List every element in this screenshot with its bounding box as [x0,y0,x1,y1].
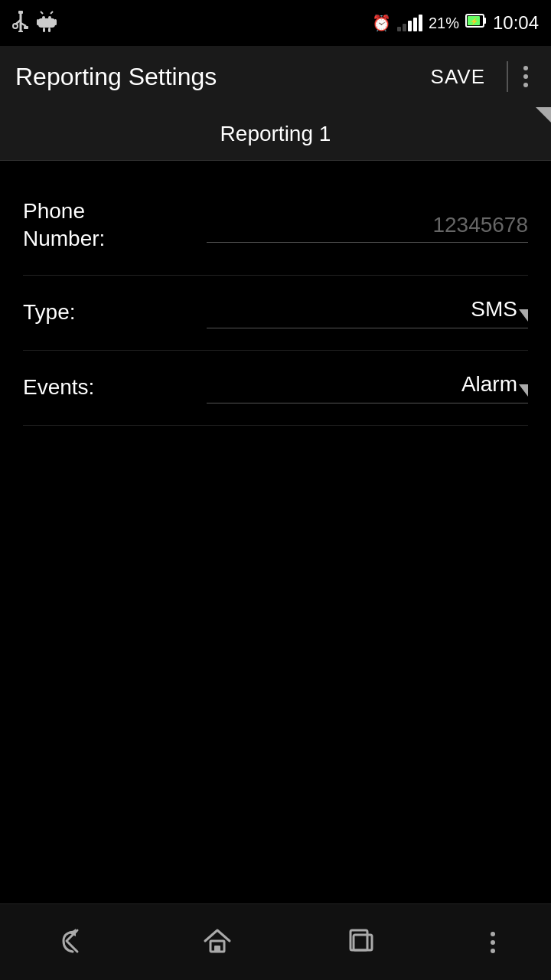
dot1 [523,66,528,70]
svg-rect-14 [48,28,51,32]
app-header: Reporting Settings SAVE [0,46,551,107]
recents-button[interactable] [338,916,387,968]
app-title: Reporting Settings [15,63,217,91]
svg-line-16 [51,11,53,14]
type-value: SMS [471,297,517,322]
svg-rect-18 [484,18,486,24]
status-bar: ⏰ 21% ⚡ 10:04 [0,0,551,46]
svg-rect-11 [37,19,39,25]
events-row: Events: Alarm [23,351,528,426]
battery-percent: 21% [429,15,459,32]
dot3 [523,83,528,87]
save-button[interactable]: SAVE [417,57,499,96]
back-button[interactable] [48,916,97,968]
phone-input[interactable] [207,208,528,243]
back-icon [56,924,90,960]
phone-field[interactable] [207,208,528,243]
events-value: Alarm [461,372,517,397]
battery-icon: ⚡ [465,12,487,34]
form-content: PhoneNumber: Type: SMS Events: Alarm [0,161,551,441]
tab-arrow-icon [536,107,551,122]
type-row: Type: SMS [23,276,528,351]
svg-line-15 [41,11,43,14]
status-bar-left [12,11,57,35]
type-field[interactable]: SMS [207,297,528,328]
svg-rect-5 [24,26,28,29]
svg-point-3 [13,24,18,28]
svg-rect-12 [54,19,57,25]
usb-icon [12,11,29,35]
nav-more-button[interactable] [483,924,503,961]
time-display: 10:04 [493,12,539,34]
dot2 [523,74,528,79]
svg-rect-7 [18,31,23,32]
svg-text:⚡: ⚡ [470,17,479,26]
svg-rect-13 [43,28,45,32]
type-label: Type: [23,299,207,326]
svg-rect-10 [38,18,55,28]
nav-more-icon [491,932,495,953]
signal-icon [397,15,422,31]
svg-rect-23 [214,946,220,952]
events-dropdown[interactable]: Alarm [207,372,528,403]
status-bar-right: ⏰ 21% ⚡ 10:04 [372,12,539,34]
phone-number-row: PhoneNumber: [23,176,528,276]
home-button[interactable] [193,916,242,968]
type-dropdown-arrow-icon [519,309,528,322]
recents-icon [346,924,380,960]
svg-rect-24 [354,935,372,950]
type-dropdown[interactable]: SMS [207,297,528,328]
more-options-button[interactable] [516,58,536,95]
bottom-nav [0,903,551,980]
phone-label: PhoneNumber: [23,198,207,253]
home-icon [201,924,234,960]
events-field[interactable]: Alarm [207,372,528,403]
svg-rect-0 [18,11,23,14]
tab-bar[interactable]: Reporting 1 [0,107,551,161]
header-actions: SAVE [417,57,536,96]
alarm-icon: ⏰ [372,14,391,32]
events-dropdown-arrow-icon [519,384,528,397]
tab-label: Reporting 1 [220,122,331,146]
events-label: Events: [23,374,207,401]
android-icon [37,11,57,35]
header-divider [507,61,508,92]
